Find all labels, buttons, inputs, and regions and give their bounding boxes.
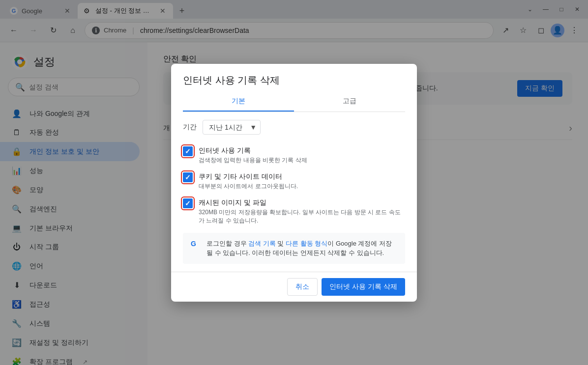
time-label: 기간 — [183, 123, 197, 132]
cookies-text: 쿠키 및 기타 사이트 데이터 대부분의 사이트에서 로그아웃됩니다. — [199, 172, 405, 191]
google-info-text-before: 로그인할 경우 — [206, 240, 248, 247]
dialog-header: 인터넷 사용 기록 삭제 기본 고급 — [171, 64, 417, 112]
clear-browser-data-dialog: 인터넷 사용 기록 삭제 기본 고급 기간 지난 1시간 지난 24시간 지난 … — [171, 64, 417, 302]
cookies-checkbox[interactable]: ✓ — [183, 172, 193, 182]
checkbox-cookies: ✓ 쿠키 및 기타 사이트 데이터 대부분의 사이트에서 로그아웃됩니다. — [183, 168, 405, 195]
cached-images-desc: 320MB 미만의 저장용량을 확보합니다. 일부 사이트는 다음 방문 시 로… — [199, 208, 405, 225]
browsing-history-title: 인터넷 사용 기록 — [199, 146, 405, 155]
dialog-body: 기간 지난 1시간 지난 24시간 지난 7일 지난 4주 전체 ▼ — [171, 112, 417, 272]
google-g-icon: G — [191, 239, 201, 249]
time-range-select[interactable]: 지난 1시간 지난 24시간 지난 7일 지난 4주 전체 — [203, 120, 261, 135]
cancel-button[interactable]: 취소 — [287, 278, 318, 296]
cached-images-text: 캐시된 이미지 및 파일 320MB 미만의 저장용량을 확보합니다. 일부 사… — [199, 198, 405, 225]
cookies-desc: 대부분의 사이트에서 로그아웃됩니다. — [199, 182, 405, 191]
google-info-text: 로그인할 경우 검색 기록 및 다른 활동 형식이 Google 계정에 저장될… — [206, 239, 397, 258]
dialog-overlay: 인터넷 사용 기록 삭제 기본 고급 기간 지난 1시간 지난 24시간 지난 … — [0, 0, 588, 365]
cached-images-checkmark: ✓ — [185, 199, 191, 207]
browsing-history-text: 인터넷 사용 기록 검색창에 입력한 내용을 비롯한 기록 삭제 — [199, 146, 405, 165]
dialog-footer: 취소 인터넷 사용 기록 삭제 — [171, 272, 417, 302]
cached-images-title: 캐시된 이미지 및 파일 — [199, 198, 405, 207]
browser-frame: G Google ✕ ⚙ 설정 - 개인 정보 보호 및 보안 ✕ + ⌄ — … — [0, 0, 588, 365]
tab-advanced[interactable]: 고급 — [294, 91, 405, 112]
cookies-checkmark: ✓ — [185, 173, 191, 181]
checkbox-cached-images: ✓ 캐시된 이미지 및 파일 320MB 미만의 저장용량을 확보합니다. 일부… — [183, 195, 405, 229]
browsing-history-desc: 검색창에 입력한 내용을 비롯한 기록 삭제 — [199, 156, 405, 165]
cached-images-checkbox[interactable]: ✓ — [183, 198, 193, 208]
other-activity-link[interactable]: 다른 활동 형식 — [286, 240, 327, 247]
clear-data-button[interactable]: 인터넷 사용 기록 삭제 — [322, 278, 405, 296]
checkbox-browsing-history: ✓ 인터넷 사용 기록 검색창에 입력한 내용을 비롯한 기록 삭제 — [183, 142, 405, 168]
cookies-title: 쿠키 및 기타 사이트 데이터 — [199, 172, 405, 181]
google-info-text-mid: 및 — [276, 240, 286, 247]
search-history-link[interactable]: 검색 기록 — [248, 240, 276, 247]
time-select-wrapper: 지난 1시간 지난 24시간 지난 7일 지난 4주 전체 ▼ — [203, 120, 261, 135]
browsing-history-checkmark: ✓ — [185, 147, 191, 155]
google-info-box: G 로그인할 경우 검색 기록 및 다른 활동 형식이 Google 계정에 저… — [183, 233, 405, 264]
browsing-history-checkbox[interactable]: ✓ — [183, 146, 193, 156]
dialog-tabs: 기본 고급 — [183, 91, 405, 112]
dialog-title: 인터넷 사용 기록 삭제 — [183, 74, 405, 87]
time-range-row: 기간 지난 1시간 지난 24시간 지난 7일 지난 4주 전체 ▼ — [183, 120, 405, 135]
tab-basic[interactable]: 기본 — [183, 91, 294, 112]
